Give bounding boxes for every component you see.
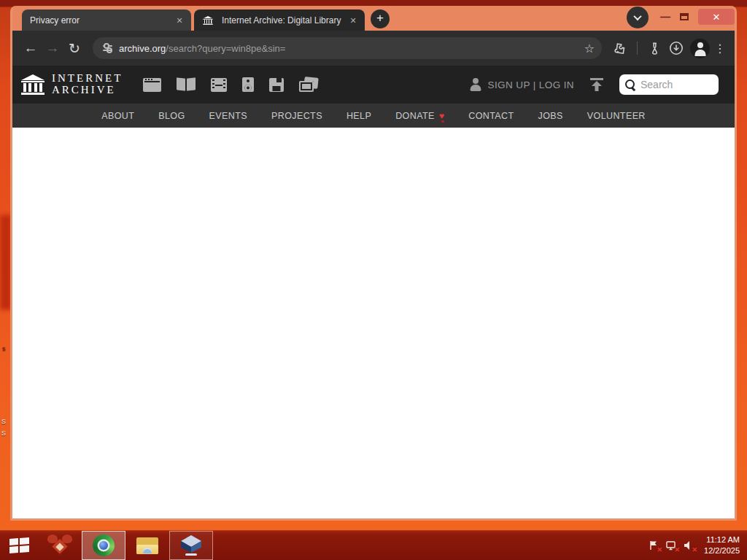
- nav-donate-label: DONATE: [395, 111, 435, 121]
- software-icon[interactable]: [269, 78, 284, 92]
- reload-button[interactable]: ↻: [63, 37, 85, 59]
- back-button[interactable]: ←: [20, 37, 42, 59]
- extensions-icon[interactable]: [609, 37, 631, 59]
- mute-badge: ✕: [692, 546, 698, 553]
- forward-button[interactable]: →: [42, 37, 63, 59]
- nav-contact[interactable]: CONTACT: [468, 111, 514, 121]
- browser-titlebar: Privacy error ✕ Internet Archive: Digita…: [12, 6, 735, 31]
- virtualbox-cube-icon: [180, 535, 202, 556]
- browser-toolbar: ← → ↻ archive.org/search?query=win8pe&si…: [12, 31, 735, 66]
- heart-icon: ♥: [439, 111, 445, 121]
- system-tray: ✕ ✕ ✕: [648, 531, 695, 560]
- nav-about[interactable]: ABOUT: [101, 111, 134, 121]
- desktop-icon-label-fragment: s: [2, 345, 6, 352]
- nav-projects[interactable]: PROJECTS: [271, 111, 322, 121]
- url-text[interactable]: archive.org/search?query=win8pe&sin=: [119, 43, 578, 54]
- video-icon[interactable]: [211, 78, 227, 92]
- taskbar-file-explorer-button[interactable]: [125, 531, 169, 560]
- taskbar-app-red[interactable]: [38, 531, 82, 560]
- internet-archive-navbar: ABOUT BLOG EVENTS PROJECTS HELP DONATE♥ …: [12, 104, 735, 128]
- bookmark-star-icon[interactable]: ☆: [584, 42, 595, 55]
- search-input[interactable]: [640, 79, 713, 90]
- profile-avatar[interactable]: [690, 39, 710, 58]
- site-settings-icon[interactable]: [103, 44, 113, 52]
- chevron-down-icon: [633, 12, 641, 20]
- nav-events[interactable]: EVENTS: [209, 111, 247, 121]
- address-bar[interactable]: archive.org/search?query=win8pe&sin= ☆: [93, 37, 602, 59]
- labs-flask-icon[interactable]: [643, 37, 665, 59]
- nav-donate[interactable]: DONATE♥: [395, 111, 444, 121]
- images-icon[interactable]: [299, 77, 318, 92]
- windows-logo-icon: [9, 537, 29, 553]
- red-app-icon: [47, 534, 73, 556]
- clock-date: 12/2/2025: [704, 545, 740, 556]
- search-icon: [625, 79, 636, 90]
- minimize-button[interactable]: —: [656, 11, 675, 23]
- internet-archive-wordmark[interactable]: INTERNET ARCHIVE: [52, 73, 123, 96]
- tab-title: Internet Archive: Digital Library: [222, 15, 347, 26]
- taskbar-clock[interactable]: 11:12 AM 12/2/2025: [704, 534, 740, 556]
- clock-time: 11:12 AM: [704, 534, 740, 545]
- start-button[interactable]: [0, 531, 38, 560]
- media-type-icons: [143, 77, 318, 92]
- nav-blog[interactable]: BLOG: [158, 111, 185, 121]
- volume-muted-icon[interactable]: ✕: [683, 540, 695, 552]
- error-badge: ✕: [657, 546, 663, 553]
- maximize-button[interactable]: [675, 13, 694, 20]
- tab-privacy-error[interactable]: Privacy error ✕: [22, 9, 191, 31]
- upload-icon[interactable]: [589, 77, 605, 92]
- downloads-icon[interactable]: [665, 37, 687, 59]
- url-path: /search?query=win8pe&sin=: [166, 43, 285, 54]
- taskbar-virtualbox-button[interactable]: [169, 531, 213, 560]
- browser-app-icon: [93, 534, 115, 556]
- site-search-box[interactable]: [619, 74, 719, 95]
- tab-search-button[interactable]: [627, 7, 649, 28]
- user-icon: [469, 78, 482, 91]
- tab-close-icon[interactable]: ✕: [174, 15, 185, 26]
- new-tab-button[interactable]: +: [371, 9, 390, 28]
- close-button[interactable]: ✕: [698, 9, 735, 25]
- taskbar: ✕ ✕ ✕ 11:12 AM 12/2/2025: [0, 530, 747, 560]
- logo-line-1: INTERNET: [52, 73, 123, 85]
- taskbar-browser-button[interactable]: [82, 531, 125, 560]
- maximize-icon: [680, 13, 689, 20]
- network-status-icon[interactable]: ✕: [665, 540, 678, 552]
- tab-internet-archive[interactable]: Internet Archive: Digital Library ✕: [194, 9, 365, 31]
- desktop-icon-label-fragment: S: [1, 429, 6, 437]
- tab-title: Privacy error: [30, 15, 174, 26]
- tab-close-icon[interactable]: ✕: [347, 15, 359, 26]
- folder-icon: [136, 537, 158, 554]
- internet-archive-logo-icon[interactable]: [21, 74, 44, 95]
- error-badge: ✕: [675, 546, 681, 553]
- toolbar-divider: [637, 42, 638, 55]
- web-icon[interactable]: [143, 78, 161, 92]
- logo-line-2: ARCHIVE: [52, 85, 123, 96]
- audio-icon[interactable]: [242, 77, 254, 92]
- signup-login-link[interactable]: SIGN UP | LOG IN: [488, 79, 574, 90]
- browser-window: Privacy error ✕ Internet Archive: Digita…: [10, 6, 737, 521]
- desktop-icon-label-fragment: S: [1, 418, 6, 425]
- nav-jobs[interactable]: JOBS: [538, 111, 563, 121]
- internet-archive-header: INTERNET ARCHIVE SIGN UP | LOG IN: [12, 66, 735, 104]
- page-content-empty: [12, 128, 735, 518]
- nav-volunteer[interactable]: VOLUNTEER: [587, 111, 646, 121]
- internet-archive-favicon: [203, 16, 212, 25]
- texts-icon[interactable]: [177, 78, 196, 91]
- url-host: archive.org: [119, 43, 166, 54]
- taskbar-spacer: [213, 531, 648, 560]
- window-controls: — ✕: [656, 9, 735, 25]
- nav-help[interactable]: HELP: [347, 111, 371, 121]
- browser-menu-icon[interactable]: ⋮: [713, 42, 727, 55]
- action-center-flag-icon[interactable]: ✕: [648, 540, 660, 552]
